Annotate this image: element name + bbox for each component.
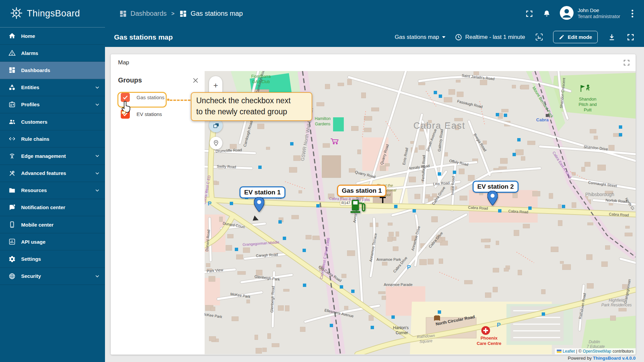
station-label-ev-station-1[interactable]: EV station 1 (239, 186, 285, 198)
ev-station-pin[interactable] (487, 191, 498, 207)
osm-link[interactable]: OpenStreetMap (583, 349, 611, 354)
kebab-menu-icon[interactable] (629, 8, 636, 19)
layers-icon (212, 122, 220, 130)
fullscreen-icon[interactable] (525, 9, 534, 18)
clock-icon (455, 34, 462, 41)
user-menu[interactable]: John Doe Tenant administrator (560, 6, 620, 21)
leaflet-link[interactable]: Leaflet (563, 349, 575, 354)
sidebar-item-dashboards[interactable]: Dashboards (0, 62, 105, 79)
sidebar-item-edge-management[interactable]: Edge management (0, 147, 105, 165)
group-row-ev-stations[interactable]: EV stations (121, 106, 205, 122)
resources-icon (8, 186, 16, 194)
map-widget: Map Groups Gas stationsEV stations (111, 54, 636, 355)
sidebar-item-security[interactable]: Security (0, 268, 105, 285)
map-layers-button[interactable] (209, 119, 223, 132)
map-label: Gardens (315, 122, 330, 126)
sidebar-item-label: Resources (21, 187, 89, 193)
sidebar-item-profiles[interactable]: Profiles (0, 96, 105, 113)
map[interactable]: R147 Saint Jarlath's RoadFassaugh RoadAn… (205, 71, 636, 354)
map-node-marker (316, 204, 320, 207)
security-icon (8, 272, 16, 280)
user-name: John Doe (578, 7, 620, 14)
station-label-gas-station-1[interactable]: Gas station 1 (337, 185, 386, 197)
sidebar-item-advanced-features[interactable]: Advanced features (0, 165, 105, 182)
dashboard-state-select[interactable]: Gas stations map (395, 34, 445, 41)
edit-mode-button[interactable]: Edit mode (553, 31, 598, 43)
group-row-gas-stations[interactable]: Gas stations (121, 89, 205, 106)
sidebar-item-entities[interactable]: Entities (0, 79, 105, 96)
api-icon (8, 238, 16, 246)
sidebar-item-settings[interactable]: Settings (0, 250, 105, 267)
sidebar-item-notification-center[interactable]: Notification center (0, 199, 105, 216)
ukraine-flag-icon (557, 350, 561, 353)
chevron-down-icon (94, 273, 100, 279)
map-label: P (407, 264, 411, 270)
map-node-marker (235, 248, 238, 251)
chevron-down-icon (94, 187, 100, 193)
avatar (560, 6, 574, 21)
ev-station-pin[interactable] (254, 197, 264, 213)
thingsboard-version-link[interactable]: ThingsBoard v.4.0.0 (593, 356, 636, 361)
map-label: Care Centre (477, 341, 501, 346)
map-label: Swilly Road (217, 164, 236, 169)
map-label: Annamoe Park (377, 257, 401, 261)
sidebar: HomeAlarmsDashboardsEntitiesProfilesCust… (0, 27, 105, 362)
map-node-marker (434, 91, 437, 94)
widget-fullscreen-icon[interactable] (623, 59, 630, 66)
brand-name: ThingsBoard (27, 8, 80, 19)
sidebar-item-rule-chains[interactable]: Rule chains (0, 130, 105, 147)
sidebar-item-label: Edge management (21, 153, 89, 159)
sidebar-item-resources[interactable]: Resources (0, 182, 105, 199)
map-node-marker (528, 206, 532, 210)
dashboard-content: Map Groups Gas stationsEV stations (105, 47, 644, 362)
chevron-down-icon (94, 170, 100, 176)
close-icon[interactable] (192, 77, 199, 84)
group-checkbox[interactable] (121, 93, 130, 102)
map-node-marker (351, 290, 355, 293)
entities-icon (8, 83, 16, 91)
map-node-marker (391, 315, 395, 319)
breadcrumb-dashboards[interactable]: Dashboards (119, 10, 167, 18)
thingsboard-logo[interactable]: ThingsBoard (0, 6, 105, 21)
groups-panel: Groups Gas stationsEV stations (111, 71, 205, 354)
home-icon (8, 32, 16, 40)
map-label: Dublin (589, 340, 600, 344)
group-label: Gas stations (137, 95, 164, 100)
sidebar-item-alarms[interactable]: Alarms (0, 45, 105, 62)
map-node-marker (303, 284, 306, 287)
map-label: Phibsborough (585, 192, 614, 197)
map-node-marker (394, 205, 397, 208)
sidebar-item-home[interactable]: Home (0, 27, 105, 45)
profiles-icon (8, 101, 16, 108)
sidebar-item-api-usage[interactable]: API usage (0, 233, 105, 250)
map-node-marker (504, 114, 507, 117)
breadcrumb-current[interactable]: Gas stations map (179, 10, 243, 18)
sidebar-item-customers[interactable]: Customers (0, 113, 105, 130)
timewindow-button[interactable]: Realtime - last 1 minute (455, 34, 525, 41)
zoom-in-button[interactable]: + (209, 76, 222, 95)
zoom-out-button[interactable]: − (209, 95, 222, 114)
screenshot-icon[interactable] (534, 33, 544, 42)
mobile-icon (8, 221, 16, 229)
dashboard-toolbar: Gas stations map Gas stations map Realti… (105, 27, 644, 47)
sidebar-item-label: Security (21, 273, 89, 279)
user-role: Tenant administrator (578, 14, 620, 20)
groups-title: Groups (118, 76, 142, 84)
sidebar-item-label: Notification center (21, 204, 100, 210)
map-label: Cabra East (413, 121, 465, 131)
map-label: Cabra (536, 117, 549, 122)
gas-pump-marker[interactable] (350, 197, 366, 216)
widget-title: Map (118, 59, 129, 66)
group-checkbox[interactable] (121, 110, 130, 119)
download-icon[interactable] (607, 33, 616, 42)
map-label: Annamoe Parade (384, 283, 413, 287)
map-label: Fionnbarra (251, 74, 271, 79)
map-label: Highfield (609, 298, 625, 303)
notifications-bell-icon[interactable] (542, 9, 551, 18)
sidebar-item-mobile-center[interactable]: Mobile center (0, 216, 105, 233)
group-label: EV stations (137, 111, 162, 117)
map-label: Hanlon's (393, 325, 409, 330)
fullscreen-dashboard-icon[interactable] (626, 33, 635, 42)
map-locate-button[interactable] (210, 137, 222, 149)
chevron-down-icon (442, 36, 445, 38)
